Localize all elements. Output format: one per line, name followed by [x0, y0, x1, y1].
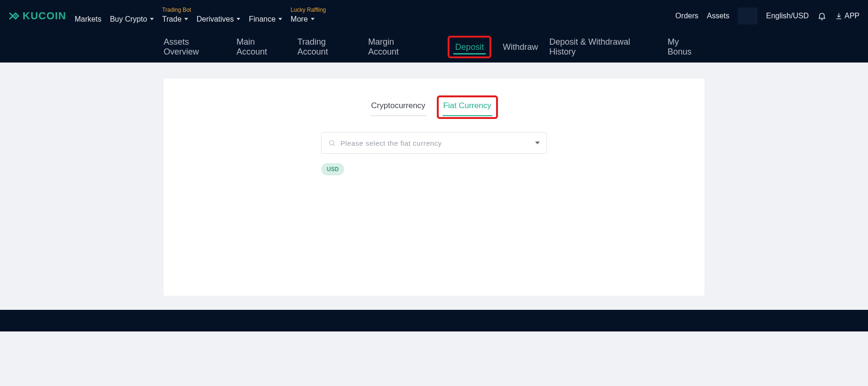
footer	[0, 310, 868, 331]
select-placeholder: Please select the fiat currency	[340, 139, 442, 147]
nav-trade[interactable]: Trading Bot Trade	[162, 8, 188, 24]
svg-point-0	[15, 15, 16, 17]
notifications[interactable]	[817, 11, 827, 21]
nav-badge: Lucky Raffling	[291, 7, 326, 13]
chevron-down-icon	[150, 18, 154, 20]
svg-point-1	[330, 141, 334, 145]
nav-assets[interactable]: Assets	[707, 12, 729, 20]
bell-icon	[817, 11, 827, 21]
locale-label: English/USD	[766, 12, 809, 20]
app-label: APP	[844, 12, 860, 20]
chevron-down-icon	[535, 142, 540, 144]
subnav-deposit[interactable]: Deposit	[455, 39, 484, 55]
subnav-assets-overview[interactable]: Assets Overview	[164, 32, 225, 63]
nav-label: Orders	[675, 12, 698, 20]
locale-switcher[interactable]: English/USD	[766, 12, 809, 20]
page-body: Cryptocurrency Fiat Currency Please sele…	[0, 63, 868, 310]
nav-badge: Trading Bot	[162, 7, 191, 13]
nav-markets[interactable]: Markets	[75, 8, 102, 24]
annotation-highlight: Deposit	[448, 36, 491, 58]
nav-more[interactable]: Lucky Raffling More	[291, 8, 314, 24]
nav-label: Trade	[162, 15, 181, 24]
chevron-down-icon	[184, 18, 188, 20]
nav-label: Markets	[75, 15, 102, 24]
chevron-down-icon	[237, 18, 240, 20]
subnav-my-bonus[interactable]: My Bonus	[668, 32, 704, 63]
tab-cryptocurrency[interactable]: Cryptocurrency	[370, 98, 426, 116]
subnav-history[interactable]: Deposit & Withdrawal History	[549, 32, 656, 63]
brand-logo[interactable]: KUCOIN	[8, 10, 66, 22]
chevron-down-icon	[311, 18, 315, 20]
avatar[interactable]	[738, 8, 758, 24]
nav-label: More	[291, 15, 308, 24]
search-icon	[328, 139, 336, 147]
nav-orders[interactable]: Orders	[675, 12, 698, 20]
nav-derivatives[interactable]: Derivatives	[197, 8, 240, 24]
subnav-main-account[interactable]: Main Account	[237, 32, 286, 63]
nav-label: Assets	[707, 12, 729, 20]
assets-subnav: Assets Overview Main Account Trading Acc…	[0, 32, 868, 63]
chevron-down-icon	[278, 18, 282, 20]
tab-fiat-currency[interactable]: Fiat Currency	[442, 98, 492, 116]
quick-chips: USD	[321, 163, 547, 175]
brand-name: KUCOIN	[23, 10, 66, 22]
deposit-tabs: Cryptocurrency Fiat Currency	[182, 95, 686, 119]
nav-label: Finance	[249, 15, 276, 24]
nav-finance[interactable]: Finance	[249, 8, 282, 24]
subnav-withdraw[interactable]: Withdraw	[503, 32, 538, 63]
chip-usd[interactable]: USD	[321, 163, 344, 175]
nav-label: Buy Crypto	[110, 15, 147, 24]
secondary-nav: Orders Assets English/USD APP	[675, 8, 860, 24]
fiat-currency-select[interactable]: Please select the fiat currency	[321, 132, 547, 154]
nav-buy-crypto[interactable]: Buy Crypto	[110, 8, 154, 24]
kucoin-logo-icon	[8, 10, 20, 22]
subnav-trading-account[interactable]: Trading Account	[297, 32, 356, 63]
subnav-margin-account[interactable]: Margin Account	[368, 32, 425, 63]
download-icon	[835, 12, 843, 20]
nav-label: Derivatives	[197, 15, 234, 24]
top-nav: KUCOIN Markets Buy Crypto Trading Bot Tr…	[0, 0, 868, 32]
download-app[interactable]: APP	[835, 12, 860, 20]
annotation-highlight: Fiat Currency	[437, 95, 498, 119]
deposit-card: Cryptocurrency Fiat Currency Please sele…	[164, 79, 704, 296]
primary-nav: Markets Buy Crypto Trading Bot Trade Der…	[75, 8, 315, 24]
